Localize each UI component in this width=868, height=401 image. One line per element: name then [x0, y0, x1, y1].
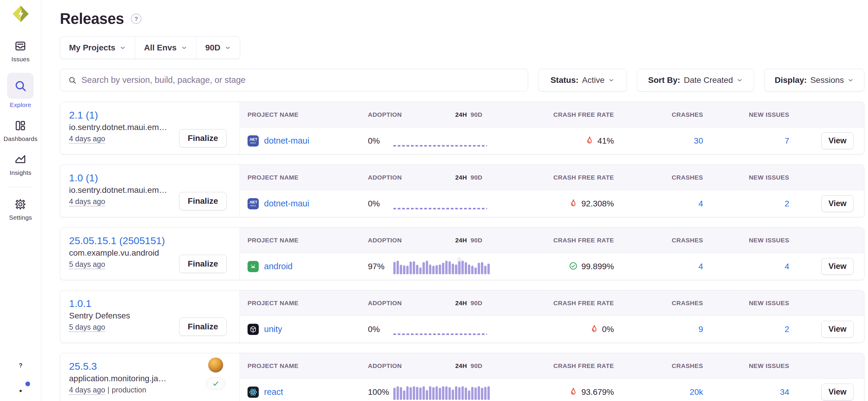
finalize-button[interactable]: Finalize [179, 129, 226, 147]
sidebar-item-label: Settings [9, 214, 32, 221]
page-filter-bar: My Projects All Envs 90D [60, 36, 240, 59]
avatar[interactable] [208, 357, 223, 373]
crashes-count-link[interactable]: 30 [694, 136, 703, 145]
header-adoption: ADOPTION [368, 237, 402, 244]
adoption-bar [481, 388, 483, 400]
chevron-down-icon [608, 77, 615, 83]
adoption-bar [455, 386, 457, 400]
project-link[interactable]: dotnet-maui [264, 199, 309, 208]
release-summary-panel: 1.0.1 Sentry Defenses 5 days ago Finaliz… [60, 291, 240, 343]
release-version-link[interactable]: 1.0.1 [69, 297, 91, 310]
period-toggle-24h[interactable]: 24H [455, 362, 467, 369]
view-button[interactable]: View [822, 258, 854, 275]
view-button[interactable]: View [822, 132, 854, 149]
period-toggle-24h[interactable]: 24H [455, 300, 467, 307]
sidebar: Issues Explore Dashboards [0, 0, 41, 401]
whats-new-button[interactable] [13, 383, 28, 397]
adoption-bar [393, 388, 396, 400]
project-link[interactable]: android [264, 262, 293, 271]
adoption-bar [423, 386, 425, 400]
projects-filter[interactable]: My Projects [60, 37, 135, 59]
display-dropdown[interactable]: Display: Sessions [764, 69, 864, 91]
release-card: 2.1 (1) io.sentry.dotnet.maui.em… 4 days… [60, 102, 864, 155]
crashes-count-link[interactable]: 4 [699, 262, 703, 271]
crashes-count-link[interactable]: 9 [699, 325, 703, 334]
adoption-bar [423, 262, 425, 274]
new-issues-count-link[interactable]: 2 [784, 199, 789, 208]
status-value: Active [582, 75, 604, 85]
adoption-chart [393, 385, 490, 400]
date-range-filter[interactable]: 90D [196, 37, 240, 59]
new-issues-count-link[interactable]: 4 [784, 262, 789, 271]
status-dropdown[interactable]: Status: Active [538, 69, 627, 91]
adoption-bar [435, 265, 438, 274]
sidebar-item-label: Insights [10, 169, 32, 176]
period-toggle-24h[interactable]: 24H [455, 111, 467, 118]
chevron-down-icon [736, 77, 743, 83]
project-link[interactable]: unity [264, 324, 282, 334]
search-explore-icon [7, 73, 34, 99]
adoption-bar [478, 386, 480, 400]
adoption-bar [403, 265, 405, 274]
sidebar-item-dashboards[interactable]: Dashboards [4, 119, 37, 142]
sentry-logo[interactable] [11, 5, 30, 23]
release-package: application.monitoring.ja… [69, 373, 166, 384]
adoption-bar [487, 264, 490, 274]
help-button[interactable]: ? [13, 358, 28, 372]
adoption-value: 0% [368, 136, 393, 146]
finalize-button[interactable]: Finalize [179, 192, 226, 210]
sidebar-item-issues[interactable]: Issues [11, 39, 30, 63]
adoption-bar [400, 387, 402, 400]
new-issues-count-link[interactable]: 34 [780, 388, 789, 397]
header-crash-free-rate: CRASH FREE RATE [494, 111, 615, 118]
period-toggle-24h[interactable]: 24H [455, 174, 467, 181]
adoption-bar [461, 386, 464, 400]
finalize-button[interactable]: Finalize [179, 318, 226, 336]
crash-free-value: 41% [597, 136, 614, 146]
release-version-link[interactable]: 1.0 (1) [69, 171, 98, 184]
crash-free-value: 92.308% [581, 199, 614, 208]
view-button[interactable]: View [822, 383, 854, 400]
crashes-count-link[interactable]: 4 [699, 199, 703, 208]
project-platform-icon [248, 387, 259, 398]
release-version-link[interactable]: 25.5.3 [69, 360, 97, 373]
project-platform-icon: .NETMAUI [248, 198, 259, 209]
release-version-link[interactable]: 2.1 (1) [69, 108, 98, 122]
environments-filter[interactable]: All Envs [135, 37, 196, 59]
adoption-bar [474, 267, 477, 274]
sidebar-item-explore[interactable]: Explore [7, 73, 34, 108]
adoption-zero-line [393, 208, 487, 209]
crash-free-value: 0% [602, 325, 614, 334]
period-toggle-90d[interactable]: 90D [471, 362, 483, 369]
crash-free-status-icon [585, 136, 594, 146]
project-link[interactable]: dotnet-maui [264, 136, 309, 146]
view-button[interactable]: View [822, 195, 854, 212]
header-crashes: CRASHES [615, 237, 703, 244]
release-version-link[interactable]: 25.05.15.1 (2505151) [69, 234, 165, 247]
release-package: io.sentry.dotnet.maui.em… [69, 122, 167, 133]
environments-filter-label: All Envs [144, 43, 177, 53]
search-input[interactable] [82, 75, 520, 85]
new-issues-count-link[interactable]: 2 [784, 325, 789, 334]
adoption-bar [484, 266, 487, 274]
sidebar-item-label: Dashboards [4, 135, 37, 142]
adoption-bar [435, 386, 438, 400]
new-issues-count-link[interactable]: 7 [784, 136, 789, 145]
sidebar-item-settings[interactable]: Settings [9, 197, 32, 221]
finalize-button[interactable]: Finalize [179, 255, 226, 273]
project-link[interactable]: react [264, 387, 283, 397]
view-button[interactable]: View [822, 321, 854, 338]
adoption-bar [448, 387, 451, 400]
adoption-bar [452, 264, 454, 274]
period-toggle-90d[interactable]: 90D [471, 237, 483, 244]
adoption-bar [452, 390, 454, 400]
sort-by-dropdown[interactable]: Sort By: Date Created [637, 69, 754, 91]
sidebar-item-insights[interactable]: Insights [10, 153, 32, 176]
period-toggle-24h[interactable]: 24H [455, 237, 467, 244]
period-toggle-90d[interactable]: 90D [471, 111, 483, 118]
broadcast-icon [14, 383, 27, 397]
period-toggle-90d[interactable]: 90D [471, 174, 483, 181]
releases-help-icon[interactable]: ? [131, 13, 141, 24]
period-toggle-90d[interactable]: 90D [471, 300, 483, 307]
crashes-count-link[interactable]: 20k [690, 388, 703, 397]
